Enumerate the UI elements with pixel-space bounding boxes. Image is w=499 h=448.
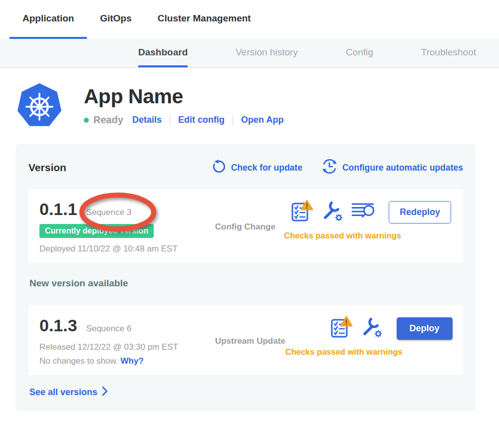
chevron-right-icon — [102, 386, 108, 399]
tab-config[interactable]: Config — [346, 39, 373, 67]
preflight-checks-warning-icon[interactable] — [290, 200, 313, 224]
preflight-checks-warning-icon[interactable] — [330, 316, 353, 341]
available-version-card: 0.1.3 Sequence 6 Released 12/12/22 @ 03:… — [28, 305, 463, 375]
available-version-sequence: Sequence 6 — [86, 324, 132, 334]
edit-config-link[interactable]: Edit config — [178, 115, 225, 125]
redeploy-button[interactable]: Redeploy — [389, 201, 451, 224]
tab-dashboard[interactable]: Dashboard — [138, 39, 188, 67]
check-for-update-button[interactable]: Check for update — [212, 159, 302, 177]
page-title: App Name — [84, 85, 283, 108]
refresh-icon — [212, 159, 227, 177]
no-changes-text: No changes to show. — [39, 356, 118, 366]
sub-nav: Dashboard Version history Config Trouble… — [0, 39, 499, 68]
current-version-number: 0.1.1 — [39, 200, 77, 219]
available-version-source-label: Upstream Update — [215, 336, 285, 346]
auto-update-clock-icon — [321, 158, 338, 177]
tab-version-history[interactable]: Version history — [236, 39, 298, 67]
kubernetes-logo-icon — [17, 83, 61, 131]
configure-automatic-updates-button[interactable]: Configure automatic updates — [321, 158, 463, 177]
check-for-update-label: Check for update — [231, 163, 302, 173]
see-all-versions-label: See all versions — [29, 387, 97, 398]
status-dot-icon — [84, 118, 89, 123]
details-link[interactable]: Details — [132, 115, 162, 125]
why-link[interactable]: Why? — [121, 356, 144, 366]
available-checks-status: Checks passed with warnings — [285, 347, 453, 357]
current-version-sequence: Sequence 3 — [86, 208, 132, 218]
top-nav: Application GitOps Cluster Management — [0, 0, 499, 39]
status-badge: Ready — [93, 114, 123, 126]
deployed-timestamp: Deployed 11/10/22 @ 10:48 am EST — [39, 244, 215, 254]
config-wrench-icon[interactable] — [321, 200, 344, 224]
tab-cluster-management[interactable]: Cluster Management — [145, 0, 264, 39]
config-wrench-icon[interactable] — [360, 316, 383, 341]
divider — [170, 115, 170, 126]
tab-application[interactable]: Application — [9, 0, 87, 39]
divider — [233, 115, 233, 126]
version-panel-title: Version — [28, 162, 66, 174]
current-checks-status: Checks passed with warnings — [284, 231, 451, 240]
current-version-source-label: Config Change — [215, 222, 275, 232]
new-version-heading: New version available — [29, 278, 463, 289]
open-app-link[interactable]: Open App — [241, 115, 283, 125]
released-timestamp: Released 12/12/22 @ 03:30 pm EST — [39, 342, 215, 352]
current-version-card: 0.1.1 Sequence 3 Currently deployed vers… — [28, 189, 463, 263]
configure-automatic-updates-label: Configure automatic updates — [342, 163, 463, 173]
tab-gitops[interactable]: GitOps — [87, 0, 144, 39]
currently-deployed-badge: Currently deployed version — [39, 224, 154, 238]
version-panel: Version Check for update — [15, 144, 476, 412]
deploy-button[interactable]: Deploy — [397, 317, 453, 340]
available-version-number: 0.1.3 — [39, 316, 77, 335]
app-header: App Name Ready Details Edit config Open … — [17, 83, 499, 131]
view-diff-icon[interactable] — [351, 202, 375, 223]
tab-troubleshoot[interactable]: Troubleshoot — [421, 39, 476, 67]
see-all-versions-link[interactable]: See all versions — [29, 386, 108, 399]
